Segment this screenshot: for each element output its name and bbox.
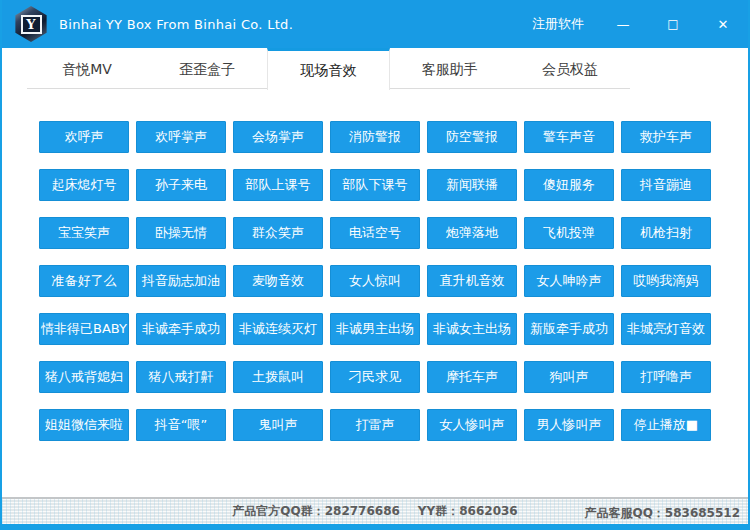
status-bar: 产品官方QQ群：282776686 YY群：8662036 产品客服QQ：583… bbox=[2, 497, 748, 524]
sound-button-row: 准备好了么抖音励志加油麦吻音效女人惊叫直升机音效女人呻吟声哎哟我滴妈 bbox=[2, 265, 748, 297]
sound-button[interactable]: 女人呻吟声 bbox=[524, 265, 614, 297]
sound-button[interactable]: 情非得已BABY bbox=[39, 313, 129, 345]
official-qq-group: 产品官方QQ群：282776686 bbox=[232, 503, 400, 520]
tab-customer-service[interactable]: 客服助手 bbox=[390, 48, 510, 89]
sound-button[interactable]: 会场掌声 bbox=[233, 121, 323, 153]
sound-button[interactable]: 女人惨叫声 bbox=[427, 409, 517, 441]
sound-effect-grid: 欢呼声欢呼掌声会场掌声消防警报防空警报警车声音救护车声起床熄灯号孙子来电部队上课… bbox=[2, 89, 748, 497]
app-window: Y Binhai YY Box From Binhai Co. Ltd. 注册软… bbox=[0, 0, 750, 530]
sound-button[interactable]: 新版牵手成功 bbox=[524, 313, 614, 345]
sound-button[interactable]: 炮弹落地 bbox=[427, 217, 517, 249]
sound-button-row: 欢呼声欢呼掌声会场掌声消防警报防空警报警车声音救护车声 bbox=[2, 121, 748, 153]
sound-button[interactable]: 救护车声 bbox=[621, 121, 711, 153]
sound-button[interactable]: 非诚牵手成功 bbox=[136, 313, 226, 345]
sound-button[interactable]: 麦吻音效 bbox=[233, 265, 323, 297]
sound-button[interactable]: 新闻联播 bbox=[427, 169, 517, 201]
tab-member-benefits[interactable]: 会员权益 bbox=[510, 48, 630, 89]
close-button[interactable]: ✕ bbox=[698, 0, 748, 48]
sound-button[interactable]: 宝宝笑声 bbox=[39, 217, 129, 249]
tab-bar: 音悦MV 歪歪盒子 现场音效 客服助手 会员权益 bbox=[2, 48, 748, 89]
sound-button[interactable]: 准备好了么 bbox=[39, 265, 129, 297]
sound-button[interactable]: 群众笑声 bbox=[233, 217, 323, 249]
sound-button-row: 情非得已BABY非诚牵手成功非诚连续灭灯非诚男主出场非诚女主出场新版牵手成功非城… bbox=[2, 313, 748, 345]
sound-button-row: 起床熄灯号孙子来电部队上课号部队下课号新闻联播傻妞服务抖音蹦迪 bbox=[2, 169, 748, 201]
tab-music-mv[interactable]: 音悦MV bbox=[27, 48, 147, 89]
sound-button[interactable]: 机枪扫射 bbox=[621, 217, 711, 249]
titlebar: Y Binhai YY Box From Binhai Co. Ltd. 注册软… bbox=[2, 0, 748, 48]
sound-button[interactable]: 猪八戒背媳妇 bbox=[39, 361, 129, 393]
sound-button[interactable]: 男人惨叫声 bbox=[524, 409, 614, 441]
sound-button[interactable]: 飞机投弹 bbox=[524, 217, 614, 249]
window-title: Binhai YY Box From Binhai Co. Ltd. bbox=[59, 17, 293, 32]
sound-button[interactable]: 非城亮灯音效 bbox=[621, 313, 711, 345]
sound-button[interactable]: 女人惊叫 bbox=[330, 265, 420, 297]
sound-button[interactable]: 电话空号 bbox=[330, 217, 420, 249]
sound-button[interactable]: 直升机音效 bbox=[427, 265, 517, 297]
support-qq: 产品客服QQ：583685512 bbox=[584, 506, 740, 520]
minimize-button[interactable]: — bbox=[598, 0, 648, 48]
app-logo-icon: Y bbox=[14, 6, 48, 42]
sound-button[interactable]: 欢呼掌声 bbox=[136, 121, 226, 153]
sound-button[interactable]: 抖音“喂” bbox=[136, 409, 226, 441]
sound-button[interactable]: 欢呼声 bbox=[39, 121, 129, 153]
sound-button[interactable]: 鬼叫声 bbox=[233, 409, 323, 441]
sound-button[interactable]: 部队上课号 bbox=[233, 169, 323, 201]
sound-button[interactable]: 姐姐微信来啦 bbox=[39, 409, 129, 441]
sound-button[interactable]: 土拨鼠叫 bbox=[233, 361, 323, 393]
tab-yy-box[interactable]: 歪歪盒子 bbox=[147, 48, 267, 89]
sound-button[interactable]: 警车声音 bbox=[524, 121, 614, 153]
sound-button[interactable]: 非诚男主出场 bbox=[330, 313, 420, 345]
sound-button[interactable]: 狗叫声 bbox=[524, 361, 614, 393]
sound-button[interactable]: 非诚女主出场 bbox=[427, 313, 517, 345]
sound-button[interactable]: 非诚连续灭灯 bbox=[233, 313, 323, 345]
window-bottom-border bbox=[2, 524, 748, 530]
sound-button[interactable]: 起床熄灯号 bbox=[39, 169, 129, 201]
maximize-button[interactable]: □ bbox=[648, 0, 698, 48]
logo-letter: Y bbox=[26, 18, 35, 31]
sound-button[interactable]: 防空警报 bbox=[427, 121, 517, 153]
titlebar-controls: 注册软件 — □ ✕ bbox=[532, 0, 748, 48]
sound-button[interactable]: 哎哟我滴妈 bbox=[621, 265, 711, 297]
sound-button[interactable]: 孙子来电 bbox=[136, 169, 226, 201]
tab-live-sound-effects[interactable]: 现场音效 bbox=[267, 48, 389, 90]
sound-button-row: 猪八戒背媳妇猪八戒打鼾土拨鼠叫刁民求见摩托车声狗叫声打呼噜声 bbox=[2, 361, 748, 393]
sound-button[interactable]: 卧操无情 bbox=[136, 217, 226, 249]
sound-button[interactable]: 消防警报 bbox=[330, 121, 420, 153]
sound-button[interactable]: 打雷声 bbox=[330, 409, 420, 441]
sound-button[interactable]: 抖音励志加油 bbox=[136, 265, 226, 297]
sound-button[interactable]: 打呼噜声 bbox=[621, 361, 711, 393]
sound-button[interactable]: 傻妞服务 bbox=[524, 169, 614, 201]
sound-button-row: 姐姐微信来啦抖音“喂”鬼叫声打雷声女人惨叫声男人惨叫声停止播放■ bbox=[2, 409, 748, 441]
sound-button-row: 宝宝笑声卧操无情群众笑声电话空号炮弹落地飞机投弹机枪扫射 bbox=[2, 217, 748, 249]
yy-group: YY群：8662036 bbox=[418, 503, 518, 520]
sound-button[interactable]: 停止播放■ bbox=[621, 409, 711, 441]
sound-button[interactable]: 刁民求见 bbox=[330, 361, 420, 393]
register-software-link[interactable]: 注册软件 bbox=[532, 15, 584, 33]
sound-button[interactable]: 猪八戒打鼾 bbox=[136, 361, 226, 393]
sound-button[interactable]: 部队下课号 bbox=[330, 169, 420, 201]
sound-button[interactable]: 抖音蹦迪 bbox=[621, 169, 711, 201]
sound-button[interactable]: 摩托车声 bbox=[427, 361, 517, 393]
